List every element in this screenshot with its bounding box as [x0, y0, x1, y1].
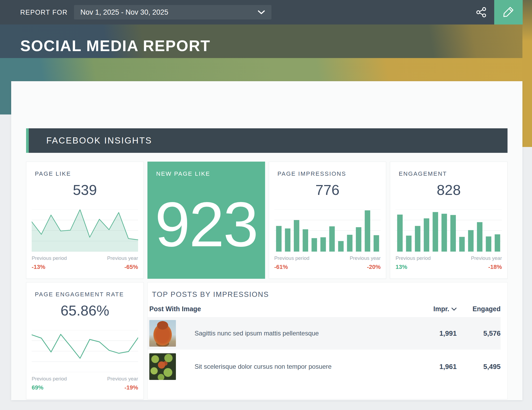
card-footer-values: -13% -65% [32, 264, 138, 270]
report-card: FACEBOOK INSIGHTS PAGE LIKE 539 Previous… [11, 81, 522, 400]
date-range-dropdown[interactable]: Nov 1, 2025 - Nov 30, 2025 [74, 5, 271, 19]
post-thumbnail [149, 320, 176, 347]
impressions-header-label: Impr. [433, 305, 449, 313]
previous-period-value: 69% [32, 384, 43, 391]
edit-button[interactable] [494, 0, 523, 24]
previous-year-label: Previous year [107, 376, 138, 382]
previous-year-label: Previous year [471, 255, 502, 261]
second-row: PAGE ENGAGEMENT RATE 65.86% Previous per… [26, 282, 508, 399]
previous-year-value: -65% [124, 264, 138, 270]
report-for-label: REPORT FOR [20, 9, 68, 16]
pencil-icon [502, 6, 515, 18]
card-title: ENGAGEMENT [399, 170, 502, 177]
engagement-chart [395, 210, 502, 252]
column-header-impressions[interactable]: Impr. [413, 305, 457, 313]
card-footer-labels: Previous period Previous year [32, 255, 138, 261]
card-title: NEW PAGE LIKE [156, 170, 259, 177]
share-icon [476, 6, 487, 18]
previous-year-value: -18% [488, 264, 502, 270]
stat-card-page-impressions: PAGE IMPRESSIONS 776 Previous period Pre… [269, 162, 386, 279]
previous-period-label: Previous period [395, 255, 431, 261]
stat-card-page-like: PAGE LIKE 539 Previous period Previous y… [26, 162, 144, 279]
card-value: 65.86% [32, 302, 138, 319]
previous-year-label: Previous year [350, 255, 381, 261]
column-header-engaged[interactable]: Engaged [457, 305, 501, 313]
top-posts-panel: TOP POSTS BY IMPRESSIONS Post With Image… [147, 282, 508, 399]
previous-period-label: Previous period [274, 255, 310, 261]
top-posts-table-header: Post With Image Impr. Engaged [148, 305, 501, 317]
card-footer-values: 69% -19% [32, 384, 138, 391]
card-title: PAGE LIKE [35, 170, 138, 177]
post-text: Sagittis nunc sed ipsum mattis pellentes… [195, 330, 413, 337]
topbar-actions [469, 0, 523, 24]
card-footer-labels: Previous period Previous year [32, 376, 138, 382]
page-like-chart [32, 210, 138, 252]
previous-period-value: -13% [32, 264, 45, 270]
card-title: PAGE ENGAGEMENT RATE [35, 291, 138, 298]
post-thumbnail [149, 353, 176, 380]
card-footer-values: 13% -18% [395, 264, 502, 270]
post-engaged: 5,576 [457, 329, 501, 338]
previous-year-value: -19% [125, 384, 138, 391]
banner-gold-band [522, 0, 532, 147]
stat-card-new-page-like: NEW PAGE LIKE 923 [147, 162, 265, 279]
stat-cards-row: PAGE LIKE 539 Previous period Previous y… [26, 162, 508, 279]
sort-chevron-down-icon [451, 308, 457, 311]
card-title: PAGE IMPRESSIONS [278, 170, 381, 177]
section-header-facebook-insights: FACEBOOK INSIGHTS [26, 128, 508, 153]
previous-period-label: Previous period [32, 255, 67, 261]
previous-period-label: Previous period [32, 376, 67, 382]
page-engagement-rate-chart [32, 330, 138, 372]
post-row: Sit scelerisque dolor cursus non tempor … [148, 350, 501, 383]
card-value: 828 [395, 182, 502, 198]
date-range-value: Nov 1, 2025 - Nov 30, 2025 [80, 8, 258, 17]
post-impressions: 1,961 [413, 363, 457, 371]
page-title: SOCIAL MEDIA REPORT [20, 37, 211, 55]
share-button[interactable] [469, 0, 494, 24]
column-header-post: Post With Image [149, 305, 413, 313]
topbar: REPORT FOR Nov 1, 2025 - Nov 30, 2025 [0, 0, 523, 24]
card-value: 776 [274, 182, 381, 198]
card-footer-labels: Previous period Previous year [274, 255, 381, 261]
section-title: FACEBOOK INSIGHTS [26, 136, 152, 146]
chevron-down-icon [258, 10, 265, 14]
previous-period-value: -61% [274, 264, 288, 270]
post-impressions: 1,991 [413, 329, 457, 338]
top-posts-title: TOP POSTS BY IMPRESSIONS [152, 290, 501, 299]
card-value: 539 [32, 182, 138, 198]
post-engaged: 5,495 [457, 363, 501, 371]
previous-period-value: 13% [395, 264, 407, 270]
card-value: 923 [153, 178, 259, 270]
page-impressions-chart [274, 210, 381, 252]
section-accent-bar [26, 128, 29, 153]
post-text: Sit scelerisque dolor cursus non tempor … [195, 363, 413, 370]
card-footer-labels: Previous period Previous year [395, 255, 502, 261]
page: REPORT FOR Nov 1, 2025 - Nov 30, 2025 [0, 0, 532, 410]
previous-year-value: -20% [367, 264, 381, 270]
previous-year-label: Previous year [107, 255, 138, 261]
stat-card-page-engagement-rate: PAGE ENGAGEMENT RATE 65.86% Previous per… [26, 282, 144, 399]
card-footer-values: -61% -20% [274, 264, 381, 270]
stat-card-engagement: ENGAGEMENT 828 Previous period Previous … [390, 162, 508, 279]
post-row: Sagittis nunc sed ipsum mattis pellentes… [148, 317, 501, 350]
